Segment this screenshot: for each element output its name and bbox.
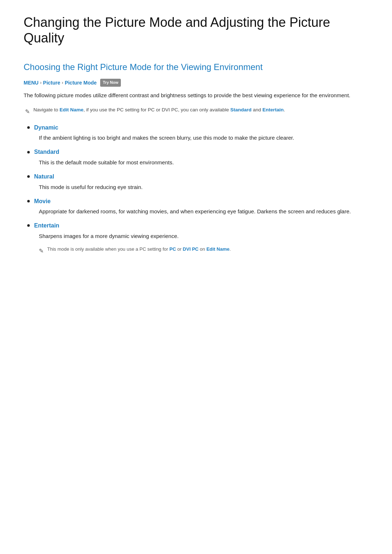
breadcrumb-menu[interactable]: MENU [24,79,38,87]
list-item-dynamic: Dynamic If the ambient lighting is too b… [24,123,368,143]
breadcrumb-picture[interactable]: Picture [43,79,60,87]
list-item-entertain: Entertain Sharpens images for a more dyn… [24,221,368,255]
list-item-movie: Movie Appropriate for darkened rooms, fo… [24,197,368,216]
try-now-badge[interactable]: Try Now [100,79,121,87]
pencil-icon-1: ✎ [25,107,30,116]
mode-desc-natural: This mode is useful for reducing eye str… [39,183,368,192]
note-link-standard[interactable]: Standard [230,107,252,112]
page-title: Changing the Picture Mode and Adjusting … [24,15,368,46]
mode-name-natural: Natural [34,172,54,181]
mode-desc-entertain: Sharpens images for a more dynamic viewi… [39,232,368,241]
note-text-1: Navigate to Edit Name, if you use the PC… [33,106,285,114]
bullet-dot-natural [27,175,30,178]
bullet-dot-dynamic [27,126,30,129]
note-link-edit-name[interactable]: Edit Name [60,107,83,112]
bullet-dot-standard [27,151,30,153]
breadcrumb: MENU › Picture › Picture Mode Try Now [24,79,368,87]
sub-note-link-pc[interactable]: PC [170,246,176,252]
mode-name-standard: Standard [34,147,59,157]
mode-name-entertain: Entertain [34,221,59,230]
bullet-header-entertain: Entertain [24,221,368,230]
bullet-header-natural: Natural [24,172,368,181]
mode-desc-standard: This is the default mode suitable for mo… [39,158,368,167]
sub-note-text: This mode is only available when you use… [47,246,231,253]
mode-desc-movie: Appropriate for darkened rooms, for watc… [39,207,368,216]
mode-desc-dynamic: If the ambient lighting is too bright an… [39,134,368,142]
sub-note-link-editname[interactable]: Edit Name [207,246,230,252]
bullet-header-standard: Standard [24,147,368,157]
list-item-standard: Standard This is the default mode suitab… [24,147,368,167]
sub-note-row: ✎ This mode is only available when you u… [39,246,368,256]
note-link-entertain[interactable]: Entertain [262,107,284,112]
bullet-dot-entertain [27,224,30,227]
intro-text: The following picture modes utilize diff… [24,91,368,100]
bullet-header-movie: Movie [24,197,368,206]
bullet-header-dynamic: Dynamic [24,123,368,132]
section-title: Choosing the Right Picture Mode for the … [24,60,368,74]
breadcrumb-sep-2: › [62,79,63,87]
breadcrumb-sep-1: › [40,79,41,87]
pencil-icon-2: ✎ [39,246,44,256]
sub-note-link-dvipc[interactable]: DVI PC [183,246,199,252]
list-item-natural: Natural This mode is useful for reducing… [24,172,368,192]
breadcrumb-picture-mode[interactable]: Picture Mode [65,79,97,87]
picture-modes-list: Dynamic If the ambient lighting is too b… [24,123,368,256]
mode-name-dynamic: Dynamic [34,123,58,132]
note-row-1: ✎ Navigate to Edit Name, if you use the … [24,106,368,116]
mode-name-movie: Movie [34,197,50,206]
bullet-dot-movie [27,200,30,202]
